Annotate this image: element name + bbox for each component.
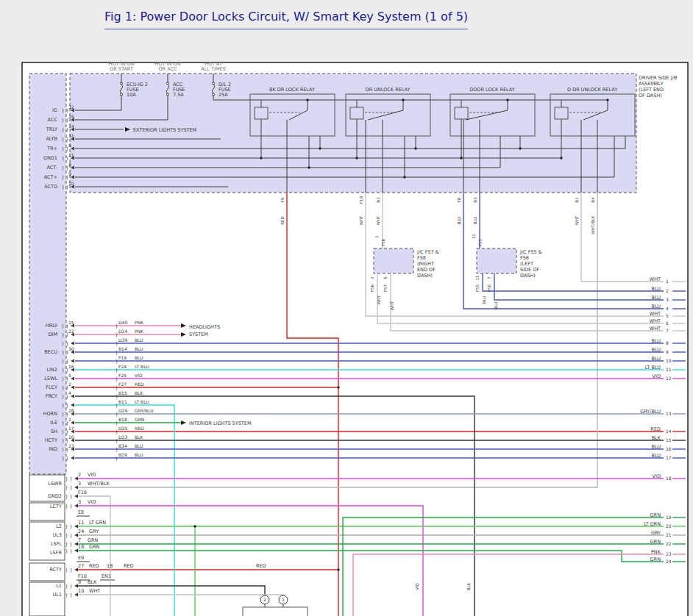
label: 10	[78, 588, 84, 594]
junction-dot	[319, 147, 321, 149]
edge-pin-number: 16	[666, 446, 672, 451]
wire-color-label: BLU	[135, 337, 143, 343]
connector-icon: )	[62, 156, 64, 162]
connector-icon: )	[62, 108, 64, 114]
wiring-diagram-page: Fig 1: Power Door Locks Circuit, W/ Smar…	[0, 0, 693, 616]
edge-pin-number: 11	[666, 367, 672, 372]
vertical-label: BLU	[473, 217, 477, 225]
wire-color-label: BLU	[135, 443, 143, 448]
edge-pin-number: 19	[666, 515, 672, 520]
wire-connector-code: F25	[118, 373, 127, 378]
label: END OF	[417, 267, 436, 273]
wire-connector-code: D23	[118, 434, 127, 440]
edge-wire-color: GRN	[650, 556, 661, 562]
wire-connector-code: B11	[118, 399, 127, 404]
connector-icon: )	[62, 447, 64, 453]
jb-pin-number: 11	[68, 152, 74, 157]
edge-wire-color: PNK	[651, 549, 661, 555]
label: 3	[78, 481, 81, 487]
jb-pin-number: 14	[68, 123, 74, 129]
edge-pin-number: 6	[666, 320, 669, 326]
connector-icon: )	[115, 385, 118, 391]
jb-pin-label: TR+	[46, 146, 57, 151]
wire-color-label: PNK	[135, 329, 144, 334]
connector-icon: )	[65, 548, 68, 554]
ecu-pin-number: 4	[68, 390, 71, 395]
label: DASH)	[417, 273, 433, 279]
wire-color-label: RED	[135, 426, 144, 431]
jb-pin-label: ACT-	[46, 165, 57, 171]
label: (LEFT END	[639, 87, 664, 93]
vertical-label: BLK	[466, 582, 471, 590]
connector-icon: )	[115, 447, 118, 453]
wire-connector-code: B29	[118, 452, 127, 457]
label: VIO	[88, 472, 96, 478]
ecu-pin-number: 15	[68, 320, 74, 325]
ecu-pin-label: HCTY	[45, 437, 57, 443]
label: HEADLIGHTS	[189, 324, 220, 330]
jb-pin-label: ALTB	[46, 136, 57, 142]
fuse-terminal	[166, 93, 168, 96]
vertical-label: 2	[370, 276, 374, 279]
vertical-label: F58	[381, 238, 385, 246]
edge-wire-color: WHT	[650, 318, 661, 324]
fuse-terminal	[212, 82, 214, 85]
wire-connector-code: F27	[118, 382, 127, 387]
wire-connector-code: D39	[118, 337, 127, 343]
connector-icon: )	[62, 127, 64, 133]
ecu-pin-label: SH	[51, 429, 57, 434]
label: VIO	[88, 499, 96, 505]
connector-icon: )	[62, 359, 64, 365]
wire-color-label: BLK	[135, 390, 143, 395]
label: 18	[107, 563, 113, 569]
label: 7	[78, 537, 81, 543]
connector-icon: )	[115, 332, 118, 338]
connector-icon: )	[62, 394, 64, 400]
ecu-pin-label: ILE	[50, 420, 57, 426]
edge-wire-color: BLU	[651, 338, 661, 344]
label: UL3	[52, 532, 62, 538]
ecu-pin-number: 28	[68, 408, 74, 413]
wire-connector-code: B18	[118, 417, 127, 422]
edge-wire-color: BLU	[651, 444, 661, 450]
label: RED	[256, 563, 266, 569]
connector-icon: )	[115, 323, 118, 329]
junction-dot	[308, 166, 310, 168]
ecu-pin-number: 20	[68, 434, 74, 440]
vertical-label: WHT	[377, 295, 381, 305]
edge-pin-number: 12	[666, 376, 672, 381]
edge-pin-number: 9	[666, 349, 669, 354]
label: OR ACC	[158, 66, 177, 72]
wire-connector-code: F24	[118, 364, 127, 369]
vertical-label: BLU	[457, 217, 461, 225]
label: LT GRN	[89, 520, 106, 526]
connector-icon: )	[65, 592, 68, 598]
label: EXTERIOR LIGHTS SYSTEM	[133, 127, 196, 133]
ecu-pin-label: IND	[49, 446, 57, 452]
vertical-label: F57	[383, 284, 388, 292]
connector-icon: )	[65, 542, 68, 548]
connector-icon: )	[62, 137, 64, 143]
label: E9	[78, 555, 84, 561]
connector-icon: )	[70, 476, 72, 482]
wire-connector-code: D40	[118, 320, 127, 325]
edge-wire-color: GRN	[650, 512, 661, 518]
label: SIDE OF	[520, 267, 539, 273]
edge-pin-number: 14	[666, 429, 672, 434]
junction-dot	[402, 99, 404, 101]
label: 9	[78, 579, 81, 585]
wire-connector-code: D25	[118, 426, 127, 431]
label: GRN	[88, 537, 99, 543]
vertical-label: BLU	[482, 296, 486, 304]
label: LCTY	[50, 504, 62, 509]
junction-dot	[414, 147, 416, 149]
edge-pin-number: 15	[666, 437, 672, 443]
label: F56	[520, 255, 529, 261]
label: E8	[78, 509, 84, 515]
ecu-pin-number: 30	[68, 346, 74, 351]
junction-dot	[337, 568, 339, 570]
vertical-label: B1	[575, 197, 579, 202]
jb-pin-number: 9	[68, 171, 71, 176]
edge-wire-color: VIO	[653, 373, 661, 379]
wire-color-label: BLU	[135, 452, 143, 457]
